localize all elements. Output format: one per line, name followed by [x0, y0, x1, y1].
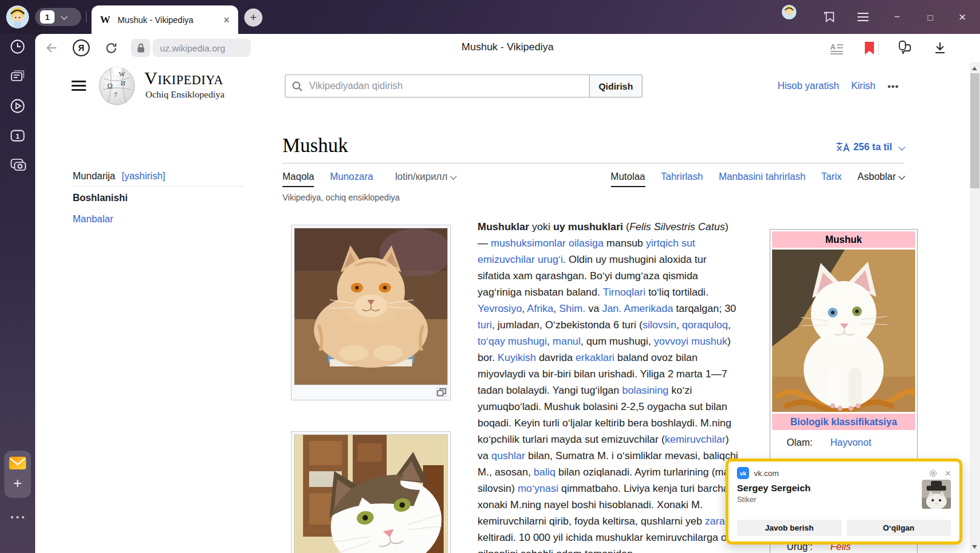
- notification-settings-icon[interactable]: [928, 469, 938, 478]
- article-text: ,: [547, 336, 552, 347]
- wiki-menu-icon[interactable]: [72, 81, 86, 94]
- account-avatar-small[interactable]: [782, 5, 796, 19]
- scroll-down-icon[interactable]: [972, 545, 977, 549]
- maximize-button[interactable]: □: [923, 10, 938, 24]
- notification-button[interactable]: Javob berish: [737, 520, 842, 536]
- page-scrollbar[interactable]: [970, 62, 980, 553]
- menu-icon[interactable]: [856, 10, 870, 24]
- reader-mode-icon[interactable]: A: [829, 41, 845, 56]
- language-selector-button[interactable]: 256 ta til: [836, 142, 904, 153]
- collections-icon[interactable]: [897, 39, 913, 55]
- article-link[interactable]: Shim.: [559, 303, 585, 314]
- add-app-icon[interactable]: +: [13, 475, 22, 492]
- article-image-cat-on-book[interactable]: [291, 225, 451, 400]
- toc-item[interactable]: Manbalar: [73, 213, 128, 225]
- article-link[interactable]: kemiruvchilar: [665, 434, 725, 445]
- toolbar-divider: [878, 41, 879, 55]
- tab-manbasini-tahrirlash[interactable]: Manbasini tahrirlash: [719, 171, 805, 182]
- search-button[interactable]: Qidirish: [589, 75, 642, 98]
- article-text: (: [623, 221, 629, 233]
- toc-item[interactable]: Boshlanishi: [73, 191, 128, 204]
- article-link[interactable]: baliq: [534, 466, 556, 478]
- active-tab[interactable]: W Mushuk - Vikipediya ×: [92, 5, 238, 34]
- article-link[interactable]: Afrika: [527, 303, 553, 314]
- namespace-tabs: MaqolaMunozara: [282, 171, 373, 187]
- article-link[interactable]: erkaklari: [576, 352, 615, 363]
- article-text: Mushuklar: [478, 221, 529, 233]
- article-text: , qum mushugi,: [581, 336, 654, 347]
- article-link[interactable]: moʻynasi: [518, 483, 558, 494]
- article-link[interactable]: qoraquloq: [682, 319, 728, 331]
- yandex-mail-icon[interactable]: [8, 456, 27, 472]
- enlarge-icon[interactable]: [436, 388, 447, 397]
- lead-paragraph: Mushuklar yoki uy mushuklari (Felis Silv…: [478, 219, 741, 553]
- infobox-row-value[interactable]: Hayvonot: [830, 437, 872, 448]
- tab-close-icon[interactable]: ×: [223, 15, 230, 25]
- toc-hide-link[interactable]: [yashirish]: [122, 171, 165, 181]
- notification-buttons: Javob berishOʻqilgan: [737, 520, 951, 536]
- article-link[interactable]: Tirnoqlari: [603, 286, 645, 298]
- download-icon[interactable]: [932, 40, 948, 56]
- scrollbar-thumb[interactable]: [970, 73, 979, 188]
- tab-title: Mushuk - Vikipediya: [118, 15, 218, 25]
- notification-button[interactable]: Oʻqilgan: [847, 520, 952, 536]
- article-image-tabby-cat[interactable]: [291, 431, 451, 553]
- browser-sidebar: 1 +: [0, 34, 35, 553]
- new-tab-button[interactable]: +: [244, 8, 262, 27]
- plus-icon: +: [250, 11, 256, 24]
- article-link[interactable]: Kuyikish: [498, 352, 536, 363]
- article-link[interactable]: toʻqay mushugi: [478, 336, 547, 347]
- toc-heading: Mundarija [yashirish]: [73, 171, 165, 182]
- notification-message: Stiker: [737, 495, 951, 504]
- tab-tahrirlash[interactable]: Tahrirlash: [661, 171, 703, 182]
- article-link[interactable]: mushuksimonlar oilasiga: [491, 237, 604, 249]
- article-link[interactable]: yovvoyi mushuk: [654, 336, 727, 347]
- screenshot-icon[interactable]: [10, 157, 25, 173]
- svg-text:7: 7: [114, 91, 118, 98]
- notification-sender: Sergey Sergeich: [737, 483, 951, 494]
- tab-maqola[interactable]: Maqola: [282, 171, 314, 187]
- article-link[interactable]: Jan. Amerikada: [602, 303, 673, 314]
- tabs-icon[interactable]: 1: [10, 128, 25, 144]
- more-options-icon[interactable]: •••: [887, 81, 899, 91]
- article-link[interactable]: silovsin: [642, 319, 676, 331]
- feed-icon[interactable]: [10, 68, 25, 84]
- infobox-section-header[interactable]: Biologik klassifikatsiya: [772, 414, 915, 430]
- variant-selector[interactable]: lotin/кирилл: [395, 171, 456, 182]
- wikipedia-globe-logo[interactable]: WΩИ7: [98, 65, 136, 108]
- notification-close-icon[interactable]: ×: [945, 468, 951, 478]
- wiki-user-links: Hisob yaratish Kirish •••: [778, 81, 899, 91]
- article-link[interactable]: turi: [478, 319, 492, 331]
- article-link[interactable]: manul: [553, 336, 581, 347]
- sidebar-more-icon[interactable]: [0, 516, 35, 518]
- login-link[interactable]: Kirish: [851, 81, 875, 91]
- video-icon[interactable]: [10, 98, 25, 114]
- notification-sticker-thumbnail[interactable]: [922, 480, 951, 509]
- history-icon[interactable]: [10, 39, 25, 55]
- minimize-button[interactable]: −: [890, 10, 904, 24]
- bookmarks-panel-icon[interactable]: [822, 10, 836, 24]
- article-link[interactable]: bolasining: [622, 385, 669, 396]
- svg-text:W: W: [119, 70, 125, 78]
- bookmark-saved-icon[interactable]: [861, 40, 877, 56]
- tab-mutolaa[interactable]: Mutolaa: [611, 171, 645, 187]
- chevron-down-icon: [898, 173, 905, 179]
- close-window-button[interactable]: ×: [955, 10, 970, 24]
- wiki-wordmark[interactable]: Vikipediya: [144, 69, 224, 87]
- search-input[interactable]: [308, 80, 589, 92]
- tab-munozara[interactable]: Munozara: [330, 171, 373, 182]
- tab-count-badge: 1: [40, 10, 55, 24]
- article-text: ,: [728, 319, 731, 331]
- search-box[interactable]: [285, 75, 590, 98]
- scroll-up-icon[interactable]: [972, 67, 977, 70]
- article-link[interactable]: qushlar: [492, 450, 525, 462]
- infobox-kitten-image[interactable]: [772, 250, 915, 412]
- article-text: keltiradi. 10 000 yil ichida mushuklar k…: [478, 532, 732, 553]
- article-link[interactable]: Yevrosiyo: [478, 303, 522, 314]
- tab-group-button[interactable]: 1: [35, 8, 81, 26]
- tab-asboblar[interactable]: Asboblar: [858, 171, 904, 182]
- create-account-link[interactable]: Hisob yaratish: [778, 81, 839, 91]
- tab-tarix[interactable]: Tarix: [821, 171, 842, 182]
- search-icon: [292, 81, 302, 91]
- profile-avatar[interactable]: [6, 5, 29, 28]
